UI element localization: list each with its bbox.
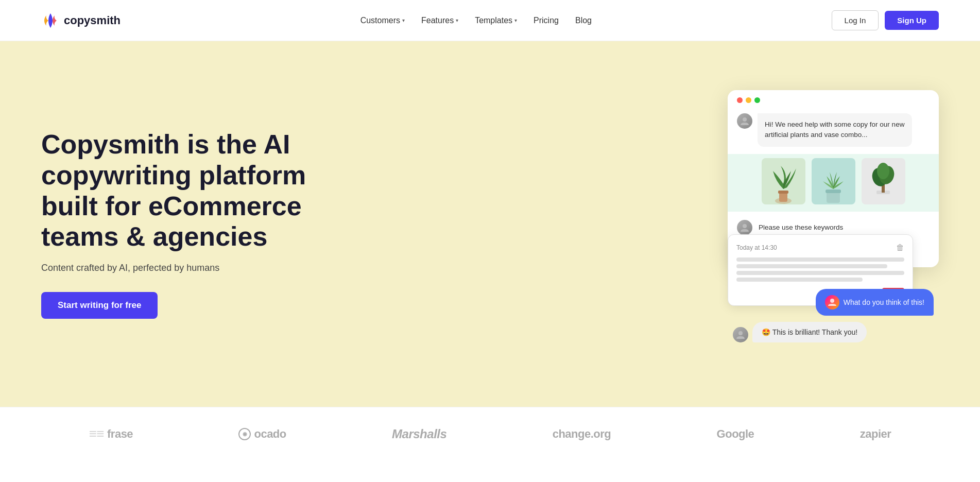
cta-button[interactable]: Start writing for free: [41, 292, 158, 319]
bubble-in-row: 🤩 This is brilliant! Thank you!: [733, 322, 934, 342]
chat-text-1: Hi! We need help with some copy for our …: [758, 113, 912, 147]
bubble-reply: 🤩 This is brilliant! Thank you!: [752, 322, 867, 342]
plant-images: [728, 154, 939, 212]
logo-text: copysmith: [64, 14, 121, 27]
chevron-down-icon: ▾: [514, 18, 517, 23]
brand-ocado: ◉ ocado: [238, 427, 286, 441]
plant-image-2: [812, 158, 855, 204]
avatar-self: [825, 295, 839, 309]
nav-actions: Log In Sign Up: [832, 10, 939, 30]
text-lines: [736, 257, 904, 282]
bubble-out-row: What do you think of this!: [733, 289, 934, 316]
nav-links: Customers ▾ Features ▾ Templates ▾ Prici…: [360, 16, 592, 25]
text-line-2: [736, 264, 887, 268]
bubble-out: What do you think of this!: [816, 289, 934, 316]
nav-item-customers[interactable]: Customers ▾: [360, 16, 405, 25]
avatar-user-1: [737, 113, 752, 129]
gen-card-time: Today at 14:30: [736, 244, 777, 251]
chevron-down-icon: ▾: [402, 18, 405, 23]
brand-google: Google: [717, 427, 754, 441]
hero-title: Copysmith is the AI copywriting platform…: [41, 129, 309, 252]
svg-point-0: [743, 117, 747, 122]
plant-image-1: [762, 158, 805, 204]
chat-bubble-in-1: Hi! We need help with some copy for our …: [728, 108, 939, 152]
keywords-label: Please use these keywords: [759, 223, 843, 231]
brand-zapier-label: zapier: [860, 427, 891, 441]
dot-red: [737, 97, 743, 103]
nav-item-pricing[interactable]: Pricing: [534, 16, 559, 25]
brand-frase-label: frase: [107, 427, 133, 441]
dot-green: [754, 97, 760, 103]
hero-subtitle: Content crafted by AI, perfected by huma…: [41, 263, 309, 273]
text-line-1: [736, 257, 904, 262]
hero-left: Copysmith is the AI copywriting platform…: [41, 129, 309, 319]
bottom-chats: What do you think of this! 🤩 This is bri…: [728, 289, 939, 342]
avatar-user-2: [737, 220, 752, 235]
ocado-icon: ◉: [238, 428, 251, 440]
svg-rect-5: [826, 190, 841, 193]
brand-change-org-label: change.org: [553, 427, 611, 441]
brand-marshalls-label: Marshalls: [392, 427, 446, 441]
svg-point-11: [877, 163, 889, 179]
chevron-down-icon: ▾: [456, 18, 458, 23]
svg-point-14: [738, 331, 743, 335]
brand-marshalls: Marshalls: [392, 427, 446, 441]
navbar: copysmith Customers ▾ Features ▾ Templat…: [0, 0, 980, 41]
logo-icon: [41, 11, 60, 30]
brand-zapier: zapier: [860, 427, 891, 441]
brand-change-org: change.org: [553, 427, 611, 441]
svg-rect-3: [778, 191, 788, 194]
brands-section: ≡≡ frase ◉ ocado Marshalls change.org Go…: [0, 407, 980, 460]
frase-icon: ≡≡: [89, 426, 104, 442]
hero-section: Copysmith is the AI copywriting platform…: [0, 41, 980, 407]
brand-ocado-label: ocado: [254, 427, 286, 441]
avatar-agent: [733, 327, 748, 342]
svg-point-12: [743, 224, 747, 228]
svg-rect-4: [827, 192, 840, 203]
svg-point-13: [830, 299, 834, 303]
hero-right: Hi! We need help with some copy for our …: [309, 90, 939, 358]
nav-item-templates[interactable]: Templates ▾: [475, 16, 517, 25]
nav-item-features[interactable]: Features ▾: [421, 16, 458, 25]
brand-frase: ≡≡ frase: [89, 426, 133, 442]
gen-card-header: Today at 14:30 🗑: [736, 243, 904, 252]
text-line-4: [736, 278, 863, 282]
brand-google-label: Google: [717, 427, 754, 441]
dot-yellow: [746, 97, 751, 103]
logo[interactable]: copysmith: [41, 11, 121, 30]
titlebar: [728, 90, 939, 108]
plant-image-3: [862, 158, 905, 204]
signup-button[interactable]: Sign Up: [885, 11, 939, 30]
text-line-3: [736, 271, 904, 275]
login-button[interactable]: Log In: [832, 10, 879, 30]
delete-icon[interactable]: 🗑: [896, 243, 904, 252]
nav-item-blog[interactable]: Blog: [575, 16, 592, 25]
svg-rect-2: [779, 193, 787, 202]
